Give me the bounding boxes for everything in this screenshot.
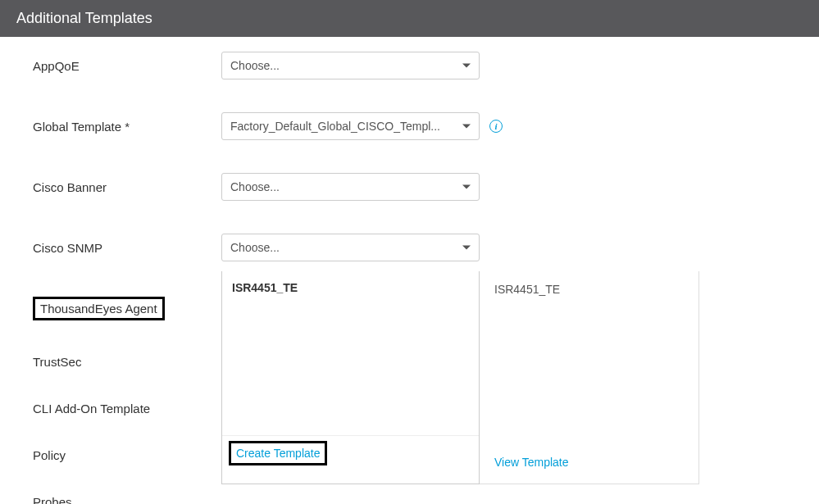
dropdown-list-panel: ISR4451_TE Create Template — [221, 271, 480, 484]
row-appqoe: AppQoE Choose... — [33, 52, 786, 79]
preview-title: ISR4451_TE — [494, 283, 684, 296]
dropdown-list[interactable]: ISR4451_TE — [222, 271, 479, 435]
create-template-highlight: Create Template — [229, 441, 327, 465]
create-template-link[interactable]: Create Template — [234, 445, 321, 461]
section-header: Additional Templates — [0, 0, 819, 37]
label-trustsec: TrustSec — [33, 355, 221, 369]
dropdown-footer: Create Template — [222, 435, 479, 470]
dropdown-global-template[interactable]: Factory_Default_Global_CISCO_Templ... — [221, 112, 480, 140]
dropdown-cisco-banner[interactable]: Choose... — [221, 173, 480, 201]
label-cisco-snmp: Cisco SNMP — [33, 241, 221, 255]
dropdown-cisco-banner-value: Choose... — [230, 180, 280, 193]
dropdown-option-isr4451[interactable]: ISR4451_TE — [222, 275, 479, 301]
chevron-down-icon — [462, 64, 471, 68]
dropdown-cisco-snmp[interactable]: Choose... — [221, 234, 480, 261]
dropdown-global-template-value: Factory_Default_Global_CISCO_Templ... — [230, 120, 440, 133]
row-cisco-banner: Cisco Banner Choose... — [33, 173, 786, 201]
view-template-link[interactable]: View Template — [494, 456, 569, 469]
chevron-down-icon — [462, 125, 471, 129]
dropdown-thousandeyes-open: ISR4451_TE Create Template ISR4451_TE Vi… — [221, 271, 699, 484]
row-probes: Probes — [33, 495, 786, 504]
label-cisco-banner: Cisco Banner — [33, 180, 221, 194]
template-preview-panel: ISR4451_TE View Template — [480, 271, 699, 484]
label-probes: Probes — [33, 495, 221, 504]
info-icon[interactable]: i — [489, 120, 503, 133]
chevron-down-icon — [462, 185, 471, 189]
label-cli-addon: CLI Add-On Template — [33, 402, 221, 415]
dropdown-appqoe[interactable]: Choose... — [221, 52, 480, 79]
label-thousandeyes-wrap: ThousandEyes Agent — [33, 297, 221, 320]
section-title: Additional Templates — [16, 10, 152, 26]
dropdown-cisco-snmp-value: Choose... — [230, 241, 280, 254]
label-appqoe: AppQoE — [33, 59, 221, 73]
label-policy: Policy — [33, 448, 221, 462]
dropdown-appqoe-value: Choose... — [230, 59, 280, 72]
label-global-template: Global Template * — [33, 120, 221, 134]
chevron-down-icon — [462, 246, 471, 250]
label-thousandeyes: ThousandEyes Agent — [33, 297, 165, 320]
row-global-template: Global Template * Factory_Default_Global… — [33, 112, 786, 140]
row-cisco-snmp: Cisco SNMP Choose... — [33, 234, 786, 261]
form-content: AppQoE Choose... Global Template * Facto… — [0, 37, 819, 504]
